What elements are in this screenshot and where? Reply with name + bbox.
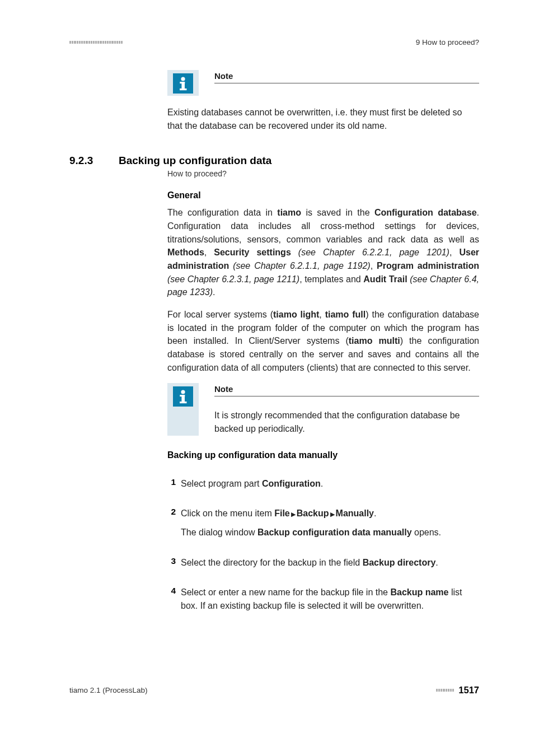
step-number: 1: [167, 477, 181, 491]
note-callout: Note: [167, 70, 479, 96]
step-text: Select the directory for the backup in t…: [181, 556, 479, 570]
note-title: Note: [214, 384, 479, 396]
svg-point-4: [181, 390, 185, 394]
triangle-icon: ▶: [330, 510, 335, 519]
note-title: Note: [214, 71, 479, 83]
step-text: Select or enter a new name for the backu…: [181, 586, 479, 612]
general-paragraph-2: For local server systems (tiamo light, t…: [167, 308, 479, 374]
svg-rect-3: [180, 88, 187, 90]
step-2: 2 Click on the menu item File▶Backup▶Man…: [167, 507, 479, 539]
section-subtitle: How to proceed?: [167, 169, 479, 178]
step-text: Select program part Configuration.: [181, 477, 479, 491]
note-callout: Note It is strongly recommended that the…: [167, 383, 479, 435]
footer-product: tiamo 2.1 (ProcessLab): [69, 686, 148, 694]
note-body-text: It is strongly recommended that the conf…: [214, 409, 479, 435]
info-icon: [173, 73, 193, 94]
info-icon: [173, 386, 193, 407]
svg-rect-7: [180, 402, 187, 403]
svg-point-0: [181, 77, 185, 81]
footer-page-number: 1517: [458, 685, 479, 696]
general-heading: General: [167, 190, 479, 200]
section-title: Backing up configuration data: [119, 155, 271, 167]
svg-rect-2: [181, 82, 185, 89]
svg-rect-6: [181, 395, 185, 402]
section-number: 9.2.3: [69, 155, 119, 167]
header-dashes-left: [69, 41, 123, 44]
general-paragraph-1: The configuration data in tiamo is saved…: [167, 206, 479, 299]
page-header: 9 How to proceed?: [69, 38, 479, 46]
step-number: 3: [167, 556, 181, 570]
note-icon-wrap: [167, 383, 199, 435]
note-icon-wrap: [167, 70, 199, 96]
step-text: Click on the menu item File▶Backup▶Manua…: [181, 507, 479, 539]
step-4: 4 Select or enter a new name for the bac…: [167, 586, 479, 612]
page-footer: tiamo 2.1 (ProcessLab) 1517: [69, 685, 479, 696]
footer-dashes: [436, 689, 455, 692]
header-chapter-title: 9 How to proceed?: [416, 38, 479, 46]
triangle-icon: ▶: [291, 510, 296, 519]
step-3: 3 Select the directory for the backup in…: [167, 556, 479, 570]
step-1: 1 Select program part Configuration.: [167, 477, 479, 491]
section-heading: 9.2.3 Backing up configuration data: [69, 155, 479, 167]
note-body-text: Existing databases cannot be overwritten…: [167, 106, 479, 132]
manual-backup-heading: Backing up configuration data manually: [167, 450, 479, 460]
step-number: 2: [167, 507, 181, 539]
step-number: 4: [167, 586, 181, 612]
